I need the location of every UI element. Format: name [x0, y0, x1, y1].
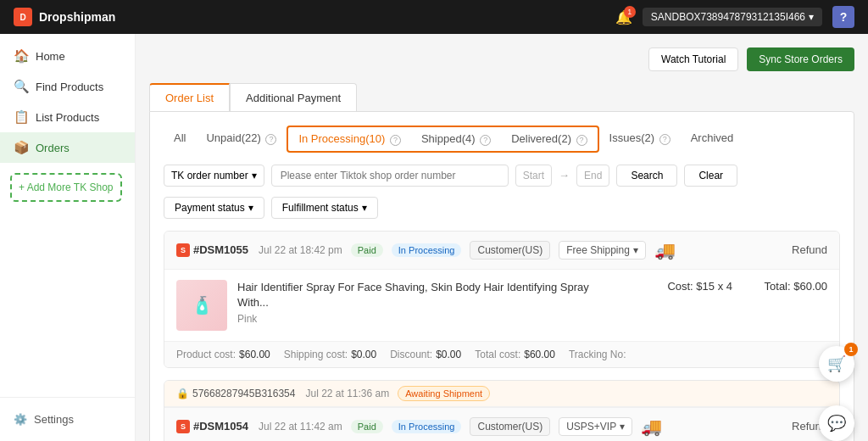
order-id-2: S #DSM1054 — [176, 420, 248, 433]
status-tab-shipped[interactable]: Shipped(4) ? — [411, 127, 501, 151]
footer-shipping-cost-1: Shipping cost: $0.00 — [284, 349, 376, 360]
item-image-1: 🧴 — [176, 280, 227, 331]
order-type-select[interactable]: TK order number ▾ — [164, 165, 264, 187]
customer-badge-2: Customer(US) — [470, 417, 550, 436]
status-tabs-row: All Unpaid(22) ? In Processing(10) ? Shi… — [164, 126, 840, 153]
sidebar-item-orders[interactable]: 📦 Orders — [0, 132, 135, 163]
tab-order-list[interactable]: Order List — [149, 83, 230, 111]
sidebar-label-find: Find Products — [36, 81, 103, 93]
order-date-2a: Jul 22 at 11:36 am — [305, 388, 389, 399]
status-tab-delivered[interactable]: Delivered(2) ? — [501, 127, 597, 151]
item-total-1: Total: $60.00 — [743, 280, 827, 293]
lock-icon: 🔒 — [176, 388, 189, 399]
floating-cart[interactable]: 🛒 1 — [819, 346, 854, 382]
paid-badge-2: Paid — [351, 420, 383, 433]
processing-badge-1: In Processing — [392, 243, 462, 257]
search-button[interactable]: Search — [616, 165, 677, 187]
status-tab-all[interactable]: All — [164, 126, 196, 151]
topbar-right: 🔔 1 SANDBOX738947879312135I466 ▾ ? — [615, 6, 854, 28]
processing-help-icon[interactable]: ? — [390, 135, 401, 146]
discount-value-1: $0.00 — [436, 349, 461, 360]
chevron-down-icon: ▾ — [633, 244, 638, 256]
sidebar-item-home[interactable]: 🏠 Home — [0, 41, 135, 71]
filter-row-2: Payment status ▾ Fulfillment status ▾ — [164, 197, 840, 219]
main-tabs: Order List Additional Payment — [149, 83, 854, 111]
chevron-down-icon: ▾ — [620, 421, 625, 433]
order-date-1: Jul 22 at 18:42 pm — [259, 244, 342, 256]
clear-button[interactable]: Clear — [684, 165, 737, 187]
sidebar-item-settings[interactable]: ⚙️ Settings — [14, 408, 121, 431]
notification-badge: 1 — [624, 6, 636, 18]
refund-button-1[interactable]: Refund — [792, 243, 827, 256]
delivered-help-icon[interactable]: ? — [576, 135, 587, 146]
sidebar-item-list-products[interactable]: 📋 List Products — [0, 102, 135, 132]
account-button[interactable]: SANDBOX738947879312135I466 ▾ — [643, 8, 822, 26]
notification-button[interactable]: 🔔 1 — [615, 9, 632, 25]
status-tab-processing[interactable]: In Processing(10) ? — [288, 127, 411, 151]
item-variant-1: Pink — [237, 313, 620, 325]
footer-tracking-1: Tracking No: — [569, 349, 630, 360]
chat-icon: 💬 — [827, 414, 846, 433]
shop-icon-1: S — [176, 243, 190, 257]
order-item-1: 🧴 Hair Identifier Spray For Face Shaving… — [164, 270, 839, 341]
settings-icon: ⚙️ — [14, 413, 27, 426]
header-bar: Watch Tutorial Sync Store Orders — [149, 47, 854, 71]
sidebar-label-list: List Products — [36, 111, 99, 124]
find-icon: 🔍 — [14, 79, 29, 94]
order-card-2: 🔒 57668287945B316354 Jul 22 at 11:36 am … — [164, 380, 840, 442]
chevron-down-icon: ▾ — [362, 202, 367, 214]
shipping-dropdown-2[interactable]: USPS+VIP ▾ — [559, 417, 632, 436]
tab-additional-payment[interactable]: Additional Payment — [230, 83, 357, 111]
status-tab-issues[interactable]: Issues(2) ? — [599, 126, 681, 152]
item-name-1: Hair Identifier Spray For Face Shaving, … — [237, 280, 620, 310]
order-id-1: S #DSM1055 — [176, 243, 248, 257]
date-range-end[interactable]: End — [576, 165, 609, 187]
processing-badge-2: In Processing — [392, 420, 462, 433]
unpaid-help-icon[interactable]: ? — [265, 134, 276, 145]
home-icon: 🏠 — [14, 48, 29, 64]
cart-icon: 🛒 — [827, 354, 846, 373]
status-tab-group-processing: In Processing(10) ? Shipped(4) ? Deliver… — [287, 126, 598, 153]
item-details-1: Hair Identifier Spray For Face Shaving, … — [237, 280, 620, 325]
truck-icon-1: 🚚 — [654, 240, 676, 260]
brand-name: Dropshipman — [39, 10, 115, 24]
sidebar-label-home: Home — [36, 50, 65, 63]
filter-row-1: TK order number ▾ Start → End Search Cle… — [164, 165, 840, 187]
order-footer-1: Product cost: $60.00 Shipping cost: $0.0… — [164, 341, 839, 367]
item-cost-1: Cost: $15 x 4 — [631, 280, 732, 293]
cart-badge: 1 — [844, 343, 858, 356]
order-header-2a: 🔒 57668287945B316354 Jul 22 at 11:36 am … — [164, 381, 839, 407]
sidebar-item-find-products[interactable]: 🔍 Find Products — [0, 71, 135, 102]
sidebar-nav: 🏠 Home 🔍 Find Products 📋 List Products 📦… — [0, 34, 135, 397]
sidebar: 🏠 Home 🔍 Find Products 📋 List Products 📦… — [0, 34, 136, 441]
date-range-start[interactable]: Start — [515, 165, 552, 187]
brand-area: D Dropshipman — [14, 8, 115, 26]
payment-status-dropdown[interactable]: Payment status ▾ — [164, 197, 264, 219]
shipping-dropdown-1[interactable]: Free Shipping ▾ — [559, 241, 646, 260]
order-header-1: S #DSM1055 Jul 22 at 18:42 pm Paid In Pr… — [164, 232, 839, 270]
order-type-label: TK order number — [171, 170, 248, 181]
sidebar-label-orders: Orders — [36, 142, 70, 154]
chevron-down-icon: ▾ — [809, 11, 814, 23]
status-tab-unpaid[interactable]: Unpaid(22) ? — [196, 126, 287, 152]
add-tk-shop-button[interactable]: + Add More TK Shop — [10, 173, 122, 202]
status-tab-archived[interactable]: Archived — [681, 126, 744, 151]
account-label: SANDBOX738947879312135I466 — [651, 11, 805, 23]
watch-tutorial-button[interactable]: Watch Tutorial — [648, 47, 738, 71]
paid-badge-1: Paid — [351, 243, 383, 257]
customer-badge-1: Customer(US) — [470, 241, 550, 260]
sync-orders-button[interactable]: Sync Store Orders — [747, 47, 854, 71]
fulfillment-status-dropdown[interactable]: Fulfillment status ▾ — [271, 197, 378, 219]
issues-help-icon[interactable]: ? — [659, 134, 670, 145]
date-range-arrow: → — [559, 169, 570, 181]
truck-icon-2: 🚚 — [641, 416, 662, 437]
help-button[interactable]: ? — [832, 6, 854, 28]
floating-chat[interactable]: 💬 — [819, 405, 854, 441]
shipped-help-icon[interactable]: ? — [480, 135, 491, 146]
sidebar-label-settings: Settings — [34, 413, 74, 426]
order-header-2b: S #DSM1054 Jul 22 at 11:42 am Paid In Pr… — [164, 407, 839, 442]
footer-discount-1: Discount: $0.00 — [390, 349, 461, 360]
orders-icon: 📦 — [14, 140, 29, 155]
search-input[interactable] — [271, 165, 509, 187]
shipping-cost-value-1: $0.00 — [351, 349, 376, 360]
